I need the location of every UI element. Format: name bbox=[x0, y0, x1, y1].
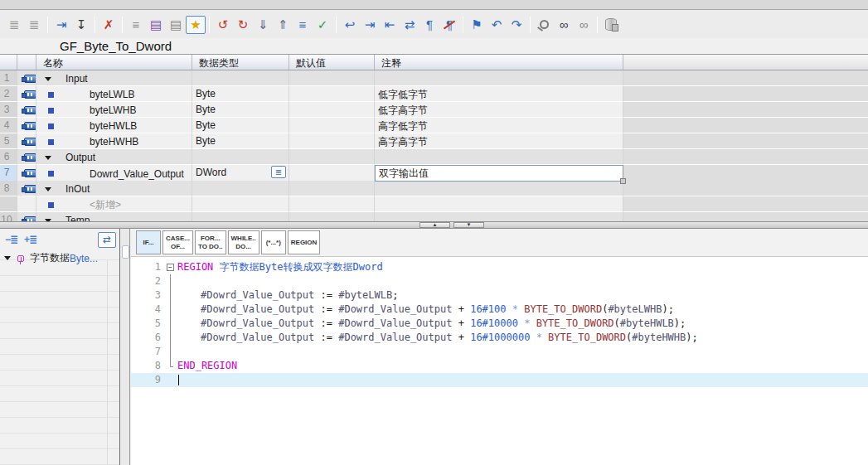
header-default: 默认值 bbox=[289, 55, 375, 70]
copy-snapshots-icon[interactable]: ▤ bbox=[166, 16, 186, 34]
expand-all-icon[interactable]: +≣ bbox=[24, 234, 36, 245]
load-start-values-icon[interactable]: ★ bbox=[186, 16, 206, 34]
code-line[interactable]: 8END_REGION bbox=[131, 359, 868, 373]
comment-cell-editing[interactable]: 双字输出值 bbox=[375, 165, 623, 182]
horizontal-splitter[interactable]: ▲ ▼ bbox=[0, 221, 868, 229]
collapse-triangle-icon[interactable] bbox=[45, 187, 51, 191]
member-bullet-icon bbox=[48, 108, 54, 114]
delete-icon[interactable]: ✗ bbox=[99, 16, 119, 34]
splitter-collapse-handle[interactable] bbox=[122, 245, 129, 259]
datatype-cell[interactable]: Byte bbox=[192, 133, 289, 149]
expand-members-icon[interactable]: ≡ bbox=[293, 16, 313, 34]
text-cursor bbox=[178, 375, 179, 385]
snippet-while-button[interactable]: WHILE..DO... bbox=[228, 230, 259, 254]
code-area[interactable]: 1−REGION 字节数据Byte转换成双字数据Dword23#Dowrd_Va… bbox=[131, 258, 868, 465]
monitor-on-icon[interactable]: ∞ bbox=[554, 16, 574, 34]
datatype-cell[interactable]: Byte bbox=[192, 118, 289, 133]
block-protection-icon[interactable] bbox=[601, 16, 621, 34]
insert-row-below-icon[interactable]: ≣ bbox=[24, 16, 44, 34]
code-line[interactable]: 2 bbox=[131, 274, 868, 288]
cell-resize-grip[interactable] bbox=[620, 178, 626, 184]
fold-region-icon[interactable]: − bbox=[167, 264, 174, 271]
comment-cell[interactable]: 低字低字节 bbox=[375, 86, 623, 102]
row-number[interactable]: 2 bbox=[0, 86, 17, 102]
default-cell[interactable] bbox=[289, 165, 375, 182]
default-cell[interactable] bbox=[289, 86, 375, 102]
comment-cell[interactable]: 高字高字节 bbox=[375, 133, 623, 149]
row-number[interactable]: 5 bbox=[0, 133, 17, 149]
row-number[interactable]: 10 bbox=[0, 212, 17, 221]
outdent-icon[interactable]: ⇤ bbox=[380, 16, 400, 34]
comment-cell[interactable]: 低字高字节 bbox=[375, 102, 623, 118]
snippet-region-button[interactable]: REGION bbox=[288, 230, 321, 254]
snippet-comment-button[interactable]: (*...*) bbox=[261, 230, 286, 254]
scl-editor: IF... CASE...OF... FOR...TO DO.. WHILE..… bbox=[131, 229, 868, 465]
insert-row-icon[interactable]: ≣ bbox=[4, 16, 24, 34]
check-consistency-icon[interactable]: ✓ bbox=[313, 16, 332, 34]
region-tree-item[interactable]: 字节数据 Byte... bbox=[0, 250, 119, 266]
header-datatype: 数据类型 bbox=[192, 55, 289, 70]
reset-start-values-icon[interactable]: ↺ bbox=[213, 16, 233, 34]
comment-cell[interactable]: 高字低字节 bbox=[375, 118, 623, 133]
region-marker-icon bbox=[17, 255, 24, 262]
code-line[interactable]: 1−REGION 字节数据Byte转换成双字数据Dword bbox=[131, 260, 868, 274]
line-number: 3 bbox=[131, 288, 161, 303]
collapse-all-icon[interactable]: −≣ bbox=[5, 234, 17, 245]
type-picker-button[interactable]: ≣ bbox=[271, 166, 286, 178]
code-line[interactable]: 9 bbox=[131, 373, 868, 387]
monitor-off-icon[interactable]: ∞ bbox=[574, 16, 594, 34]
splitter-collapse-down-button[interactable]: ▼ bbox=[453, 222, 484, 228]
default-cell[interactable] bbox=[289, 133, 375, 149]
row-number[interactable]: 9 bbox=[0, 196, 17, 212]
import-icon[interactable]: ↧ bbox=[71, 16, 91, 34]
snippet-if-button[interactable]: IF... bbox=[136, 230, 161, 254]
vertical-splitter[interactable] bbox=[121, 229, 130, 465]
navigate-back-icon[interactable]: ↩ bbox=[340, 16, 360, 34]
collapse-triangle-icon[interactable] bbox=[45, 77, 51, 81]
code-line[interactable]: 3#Dowrd_Value_Output := #byteLWLB; bbox=[131, 288, 868, 303]
splitter-collapse-up-button[interactable]: ▲ bbox=[419, 222, 450, 228]
download-icon[interactable]: ⇓ bbox=[253, 16, 273, 34]
collapse-triangle-icon[interactable] bbox=[45, 156, 51, 160]
add-new-placeholder[interactable]: <新增> bbox=[58, 198, 121, 212]
row-number[interactable]: 1 bbox=[0, 70, 17, 86]
line-number: 7 bbox=[131, 345, 161, 359]
code-line[interactable]: 5#Dowrd_Value_Output := #Dowrd_Value_Out… bbox=[131, 317, 868, 331]
comment-icon[interactable]: ¶ bbox=[419, 16, 439, 34]
row-number[interactable]: 3 bbox=[0, 102, 17, 118]
clear-actual-values-icon[interactable]: ↻ bbox=[233, 16, 253, 34]
member-name: byteHWLB bbox=[58, 120, 137, 132]
row-number[interactable]: 7 bbox=[0, 165, 17, 182]
snapshot-icon[interactable]: ▤ bbox=[146, 16, 166, 34]
table-row-inout: 8 InOut bbox=[0, 181, 868, 196]
upload-icon[interactable]: ⇑ bbox=[273, 16, 293, 34]
set-bookmark-icon[interactable]: ⚑ bbox=[467, 16, 487, 34]
default-cell[interactable] bbox=[289, 102, 375, 118]
code-line[interactable]: 7 bbox=[131, 345, 868, 359]
add-new-element-icon[interactable]: ⇥ bbox=[51, 16, 71, 34]
code-line[interactable]: 6#Dowrd_Value_Output := #Dowrd_Value_Out… bbox=[131, 331, 868, 345]
section-label: InOut bbox=[56, 183, 90, 195]
find-icon[interactable] bbox=[534, 16, 554, 34]
default-cell[interactable] bbox=[289, 118, 375, 133]
indent-icon[interactable]: ⇥ bbox=[360, 16, 380, 34]
tree-collapse-triangle-icon[interactable] bbox=[4, 256, 11, 260]
datatype-cell[interactable]: Byte bbox=[192, 86, 289, 102]
row-number[interactable]: 6 bbox=[0, 149, 17, 165]
table-row-bytehwhb: 5 byteHWHB Byte 高字高字节 bbox=[0, 133, 868, 149]
toggle-split-view-icon[interactable]: ⇄ bbox=[98, 232, 116, 248]
header-filler bbox=[623, 55, 868, 70]
row-number[interactable]: 8 bbox=[0, 181, 17, 196]
snippet-case-button[interactable]: CASE...OF... bbox=[162, 230, 193, 254]
renumber-icon[interactable]: ⇄ bbox=[400, 16, 419, 34]
code-line[interactable]: 4#Dowrd_Value_Output := #Dowrd_Value_Out… bbox=[131, 303, 868, 317]
window-top-strip bbox=[0, 0, 868, 10]
previous-bookmark-icon[interactable]: ↶ bbox=[487, 16, 507, 34]
next-bookmark-icon[interactable]: ↷ bbox=[507, 16, 526, 34]
datatype-cell[interactable]: Byte bbox=[192, 102, 289, 118]
snippet-for-button[interactable]: FOR...TO DO.. bbox=[195, 230, 226, 254]
uncomment-icon[interactable]: ¶ bbox=[439, 16, 459, 34]
row-number[interactable]: 4 bbox=[0, 118, 17, 133]
member-bullet-icon bbox=[48, 92, 54, 98]
keep-actual-values-icon[interactable]: ≡ bbox=[126, 16, 146, 34]
